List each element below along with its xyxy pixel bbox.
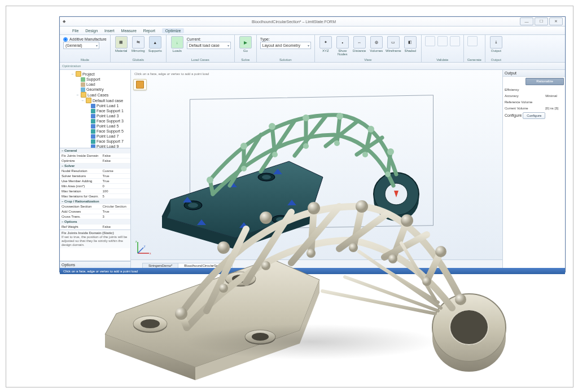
status-bar: Click on a face, edge or vertex to add a… xyxy=(60,268,565,274)
loadcase-dropdown[interactable]: Default load case xyxy=(187,42,231,49)
mirroring-button[interactable]: ⇋Mirroring xyxy=(131,36,146,52)
svg-point-5 xyxy=(276,217,285,222)
validate-meshes-button[interactable] xyxy=(450,36,460,46)
menu-optimize[interactable]: Optimize xyxy=(162,28,185,33)
svg-point-89 xyxy=(422,277,431,286)
svg-point-31 xyxy=(303,114,309,121)
validate-planes-button[interactable] xyxy=(437,36,448,46)
tree-item[interactable]: Face Support 1 xyxy=(82,108,130,113)
loads-button[interactable]: ↓Loads xyxy=(170,36,185,52)
svg-point-55 xyxy=(252,333,269,341)
minimize-button[interactable]: — xyxy=(520,17,533,25)
left-column: –Project SupportLoadGeometry–Load Cases–… xyxy=(60,70,131,268)
tab-stringers[interactable]: StringersDemo* xyxy=(142,263,178,268)
viewport-canvas[interactable]: Click on a face, edge or vertex to add a… xyxy=(131,70,502,268)
svg-point-52 xyxy=(232,275,249,283)
svg-point-40 xyxy=(385,171,391,177)
axes-triad-icon: x z y xyxy=(134,240,151,257)
svg-point-34 xyxy=(387,148,394,155)
view-xyz-button[interactable]: ✦XYZ xyxy=(318,36,333,52)
tree-item[interactable]: Face Support 3 xyxy=(82,118,130,124)
options-panel-title[interactable]: Options xyxy=(60,261,130,268)
svg-text:z: z xyxy=(135,240,137,243)
output-title: Output xyxy=(503,70,565,77)
svg-text:x: x xyxy=(150,252,151,255)
rationalize-strip[interactable]: Rationalize xyxy=(526,78,564,85)
tree-item[interactable]: Point Load 9 xyxy=(82,144,130,148)
app-window: ◆ BloodhoundCircularSection* – LimitStat… xyxy=(59,16,566,272)
svg-line-45 xyxy=(138,248,143,253)
validate-refine-button[interactable] xyxy=(425,36,435,46)
svg-point-37 xyxy=(303,143,309,149)
tab-bloodhound[interactable]: BloodhoundCircularSection* xyxy=(178,263,233,268)
svg-point-50 xyxy=(225,273,256,287)
menu-measure[interactable]: Measure xyxy=(121,29,137,33)
project-tree[interactable]: –Project SupportLoadGeometry–Load Cases–… xyxy=(60,70,130,148)
svg-point-53 xyxy=(245,331,275,345)
view-volumes-button[interactable]: ◍Volumes xyxy=(369,36,384,52)
tree-item[interactable]: Load xyxy=(72,82,130,87)
view-distance-button[interactable]: ↔Distance xyxy=(352,36,367,52)
svg-line-22 xyxy=(388,152,391,174)
maximize-button[interactable]: ☐ xyxy=(535,17,548,25)
title-bar: ◆ BloodhoundCircularSection* – LimitStat… xyxy=(60,17,565,27)
tree-item[interactable]: Point Load 1 xyxy=(82,103,130,108)
solution-type-dropdown[interactable]: Layout and Geometry xyxy=(260,42,311,49)
view-wire-button[interactable]: ▭Wireframe xyxy=(386,36,401,52)
tree-item[interactable]: Support xyxy=(72,77,130,82)
ribbon-group-view: ✦XYZ •Show Nodes ↔Distance ◍Volumes ▭Wir… xyxy=(315,35,422,62)
view-nodes-button[interactable]: •Show Nodes xyxy=(335,36,350,56)
svg-point-35 xyxy=(241,166,247,171)
svg-point-29 xyxy=(240,143,247,149)
document-tabstrip: StringersDemo* BloodhoundCircularSection… xyxy=(131,259,502,268)
tree-item[interactable]: Face Support 5 xyxy=(82,129,130,134)
tree-item[interactable]: –Default load case xyxy=(77,98,130,103)
svg-point-56 xyxy=(432,294,506,362)
window-title: BloodhoundCircularSection* – LimitState:… xyxy=(68,20,520,24)
optimization-panel-label: Optimization xyxy=(62,64,81,68)
svg-line-75 xyxy=(322,291,435,314)
go-button[interactable]: ▸Go xyxy=(238,36,253,52)
work-area: –Project SupportLoadGeometry–Load Cases–… xyxy=(60,70,565,268)
svg-point-28 xyxy=(207,177,213,183)
outer-frame: ◆ BloodhoundCircularSection* – LimitStat… xyxy=(6,6,573,387)
output-panel: Output Rationalize EfficiencyAccuracyMin… xyxy=(502,70,565,268)
svg-point-57 xyxy=(450,310,488,345)
menu-design[interactable]: Design xyxy=(85,29,98,33)
close-button[interactable]: ✕ xyxy=(549,17,563,25)
ribbon-group-validate: Validate xyxy=(422,35,464,62)
menu-insert[interactable]: Insert xyxy=(104,29,115,33)
svg-point-58 xyxy=(450,310,488,345)
tree-item[interactable]: Point Load 3 xyxy=(82,113,130,118)
material-button[interactable]: ▦Material xyxy=(114,36,129,52)
tree-item[interactable]: Point Load 7 xyxy=(82,134,130,139)
ribbon-group-globals: ▦Material ⇋Mirroring ▲Supports Globals xyxy=(111,35,167,62)
tree-item[interactable]: Face Support 7 xyxy=(82,139,130,144)
menu-file[interactable]: File xyxy=(72,29,78,33)
tree-item[interactable]: –Load Cases xyxy=(72,92,130,98)
svg-point-54 xyxy=(245,330,275,343)
svg-point-30 xyxy=(269,123,275,130)
svg-point-47 xyxy=(133,317,167,333)
output-button[interactable]: ⤓Output xyxy=(489,36,503,52)
ribbon-group-solve: ▸Go Solve xyxy=(235,35,257,62)
app-icon: ◆ xyxy=(60,19,68,24)
properties-table[interactable]: – GeneralFix Joints Inside DomainFalseOp… xyxy=(60,148,130,230)
tree-item[interactable]: Point Load 5 xyxy=(82,124,130,129)
software-3d-preview xyxy=(131,81,502,268)
supports-button[interactable]: ▲Supports xyxy=(148,36,163,52)
svg-point-49 xyxy=(141,319,160,328)
mode-dropdown[interactable]: (General) xyxy=(63,42,99,49)
configure-button[interactable]: Configure xyxy=(523,112,545,119)
svg-point-84 xyxy=(219,284,228,293)
svg-point-3 xyxy=(262,175,271,179)
mode-radio[interactable] xyxy=(63,37,68,42)
viewport-hint: Click on a face, edge or vertex to add a… xyxy=(134,72,209,76)
menu-report[interactable]: Report xyxy=(143,29,155,33)
project-tree-panel: –Project SupportLoadGeometry–Load Cases–… xyxy=(60,70,130,148)
ribbon-group-generate: Generate xyxy=(464,35,485,62)
tree-item[interactable]: Geometry xyxy=(72,87,130,92)
output-table: EfficiencyAccuracyMinimalReference Volum… xyxy=(503,86,565,111)
view-shaded-button[interactable]: ◧Shaded xyxy=(403,36,418,52)
generate-mesh-button[interactable] xyxy=(467,36,478,46)
